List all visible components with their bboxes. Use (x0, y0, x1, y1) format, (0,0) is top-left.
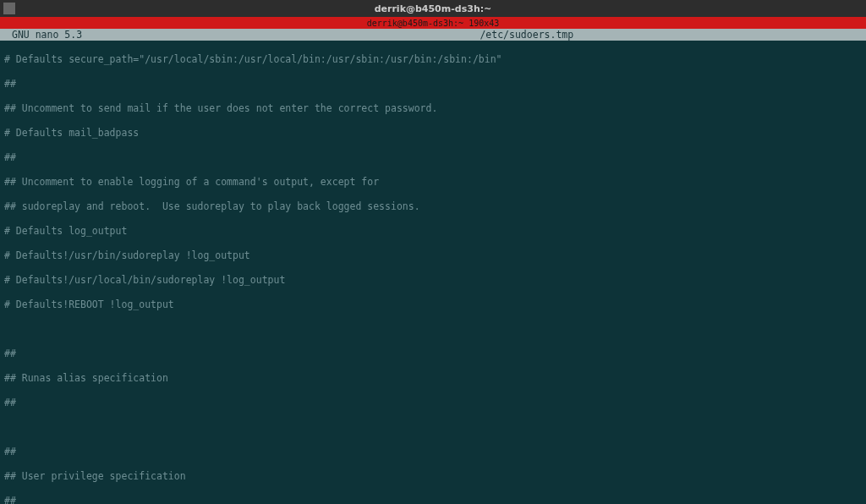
editor-line: ## Runas alias specification (4, 372, 862, 385)
editor-line: ## (4, 397, 862, 409)
window-title: derrik@b450m-ds3h:~ (375, 3, 492, 14)
editor-line: # Defaults secure_path="/usr/local/sbin:… (4, 53, 862, 66)
editor-line: # Defaults!/usr/local/bin/sudoreplay !lo… (4, 274, 862, 287)
editor-line: ## sudoreplay and reboot. Use sudoreplay… (4, 200, 862, 213)
editor-line: ## Uncomment to enable logging of a comm… (4, 176, 862, 189)
editor-line: ## Uncomment to send mail if the user do… (4, 102, 862, 115)
window-icon (3, 3, 15, 14)
terminal-session-stripe: derrik@b450m-ds3h:~ 190x43 (0, 17, 866, 29)
window-titlebar[interactable]: derrik@b450m-ds3h:~ (0, 0, 866, 17)
nano-statusbar: GNU nano 5.3 /etc/sudoers.tmp (0, 29, 866, 41)
editor-line: # Defaults!REBOOT !log_output (4, 299, 862, 311)
editor-line (4, 323, 862, 336)
editor-line: # Defaults!/usr/bin/sudoreplay !log_outp… (4, 249, 862, 262)
editor-line (4, 421, 862, 434)
editor-line: ## (4, 446, 862, 458)
editor-area[interactable]: # Defaults secure_path="/usr/local/sbin:… (0, 41, 866, 504)
nano-filename: /etc/sudoers.tmp (480, 29, 573, 41)
editor-line: # Defaults log_output (4, 225, 862, 238)
editor-line: ## (4, 151, 862, 164)
editor-line: ## User privilege specification (4, 470, 862, 483)
editor-line: ## (4, 348, 862, 360)
editor-line: ## (4, 495, 862, 505)
editor-line: ## (4, 78, 862, 90)
session-info: derrik@b450m-ds3h:~ 190x43 (367, 19, 500, 28)
nano-version: GNU nano 5.3 (0, 29, 82, 41)
editor-line: # Defaults mail_badpass (4, 127, 862, 140)
